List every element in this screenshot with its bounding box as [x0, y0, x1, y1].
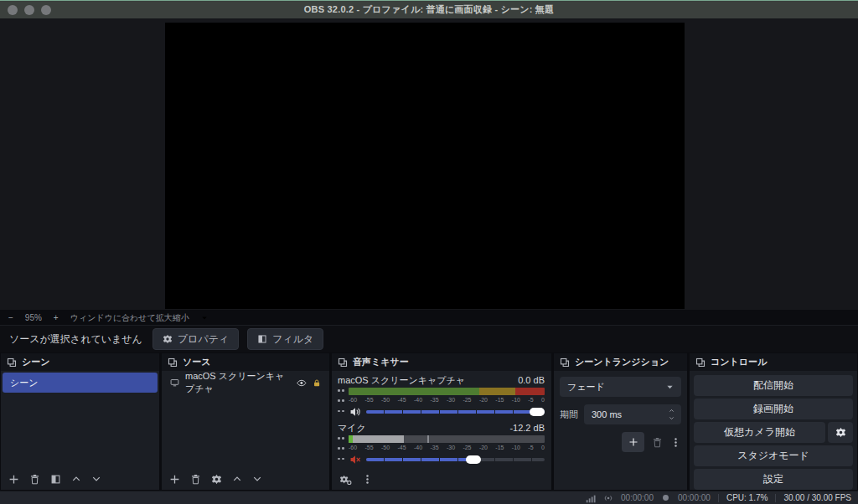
- scenes-panel-title: シーン: [22, 356, 50, 368]
- start-recording-button[interactable]: 録画開始: [694, 399, 853, 419]
- volume-meter: [349, 388, 545, 395]
- properties-button[interactable]: プロパティ: [152, 328, 239, 350]
- lock-icon[interactable]: [313, 378, 321, 388]
- filters-button[interactable]: フィルタ: [247, 328, 323, 350]
- remove-source-icon[interactable]: [190, 474, 201, 485]
- signal-strength-icon: [586, 493, 596, 503]
- start-streaming-button[interactable]: 配信開始: [694, 375, 853, 396]
- chevron-down-icon[interactable]: [201, 315, 208, 321]
- zoom-out-button[interactable]: −: [8, 313, 13, 322]
- no-source-selected-label: ソースが選択されていません: [9, 332, 142, 347]
- transition-menu-kebab-icon[interactable]: [670, 437, 681, 448]
- volume-slider[interactable]: [366, 407, 545, 417]
- source-item-label: macOS スクリーンキャプチャ: [185, 370, 285, 395]
- filter-icon: [257, 334, 267, 344]
- gear-icon: [835, 427, 846, 438]
- move-scene-down-icon[interactable]: [91, 474, 101, 484]
- cpu-usage: CPU: 1.7%: [726, 493, 768, 502]
- dock-icon: [695, 357, 706, 368]
- duration-spinbox[interactable]: 300 ms: [584, 404, 681, 424]
- channel-name: マイク: [338, 423, 366, 434]
- obs-window: OBS 32.0.2 - プロファイル: 普通に画面収録 - シーン: 無題 −…: [0, 0, 858, 504]
- window-title: OBS 32.0.2 - プロファイル: 普通に画面収録 - シーン: 無題: [304, 3, 554, 16]
- source-properties-gear-icon[interactable]: [211, 474, 222, 485]
- duration-value: 300 ms: [592, 409, 622, 419]
- remove-scene-icon[interactable]: [29, 474, 40, 485]
- mixer-channel-desktop: macOS スクリーンキャプチャ 0.0 dB -60-55-50-45-40-…: [332, 371, 551, 419]
- advanced-audio-gears-icon[interactable]: [339, 473, 352, 486]
- db-scale: -60-55-50-45-40-35-30-25-20-15-10-50: [349, 444, 545, 451]
- start-virtual-camera-button[interactable]: 仮想カメラ開始: [694, 422, 825, 443]
- source-list-item[interactable]: macOS スクリーンキャプチャ: [162, 371, 329, 394]
- dock-icon: [7, 357, 17, 368]
- add-scene-icon[interactable]: [8, 474, 19, 485]
- record-timer: 00:00:00: [678, 493, 711, 502]
- add-source-icon[interactable]: [169, 474, 180, 485]
- properties-button-label: プロパティ: [178, 332, 229, 347]
- filters-button-label: フィルタ: [272, 332, 313, 347]
- move-source-up-icon[interactable]: [232, 474, 242, 484]
- fit-to-window-label[interactable]: ウィンドウに合わせて拡大縮小: [70, 312, 189, 324]
- controls-panel-header[interactable]: コントロール: [690, 353, 857, 371]
- db-scale: -60-55-50-45-40-35-30-25-20-15-10-50: [349, 396, 545, 404]
- scenes-panel-header[interactable]: シーン: [1, 353, 159, 371]
- volume-slider-handle[interactable]: [466, 455, 481, 464]
- transition-select[interactable]: フェード: [560, 377, 681, 397]
- settings-button[interactable]: 設定: [694, 469, 853, 490]
- audio-mixer-panel: 音声ミキサー macOS スクリーンキャプチャ 0.0 dB -60-55-50…: [332, 353, 551, 490]
- mixer-toolbar: [332, 468, 551, 490]
- spin-up-icon[interactable]: [668, 408, 675, 414]
- chevron-down-icon: [666, 383, 674, 391]
- scene-filters-icon[interactable]: [50, 474, 61, 485]
- dock-icon: [168, 357, 178, 368]
- move-source-down-icon[interactable]: [252, 474, 262, 484]
- speaker-muted-icon[interactable]: [349, 454, 361, 465]
- spin-down-icon[interactable]: [668, 415, 675, 421]
- visibility-eye-icon[interactable]: [297, 377, 307, 389]
- studio-mode-button[interactable]: スタジオモード: [694, 445, 853, 466]
- scenes-panel: シーン シーン: [1, 353, 159, 490]
- traffic-lights: [8, 5, 51, 15]
- status-bar: 00:00:00 00:00:00 CPU: 1.7% 30.00 / 30.0…: [0, 491, 858, 504]
- sources-toolbar: [162, 468, 329, 490]
- close-button[interactable]: [8, 5, 18, 15]
- channel-level-db: -12.2 dB: [509, 423, 545, 434]
- mixer-menu-kebab-icon[interactable]: [362, 474, 373, 485]
- channel-options-grip-icon[interactable]: [338, 388, 344, 419]
- controls-panel: コントロール 配信開始 録画開始 仮想カメラ開始 スタジオモード 設定: [690, 353, 857, 490]
- sources-panel: ソース macOS スクリーンキャプチャ: [162, 353, 329, 490]
- zoom-level: 95%: [25, 313, 42, 322]
- channel-options-grip-icon[interactable]: [338, 435, 344, 466]
- divider: [775, 494, 776, 502]
- sources-panel-title: ソース: [183, 356, 211, 368]
- transitions-panel-header[interactable]: シーントランジション: [554, 353, 687, 371]
- scenes-toolbar: [1, 468, 159, 490]
- speaker-icon[interactable]: [349, 406, 361, 418]
- dock-icon: [338, 357, 348, 368]
- record-dot-icon: [661, 493, 670, 502]
- volume-slider[interactable]: [366, 455, 545, 465]
- fps-indicator: 30.00 / 30.00 FPS: [783, 493, 851, 502]
- remove-transition-icon[interactable]: [652, 437, 663, 448]
- channel-name: macOS スクリーンキャプチャ: [338, 375, 465, 386]
- gear-icon: [163, 334, 173, 344]
- add-transition-button[interactable]: [622, 432, 644, 452]
- zoom-in-button[interactable]: +: [54, 313, 59, 322]
- stream-timer: 00:00:00: [621, 493, 654, 502]
- mixer-panel-title: 音声ミキサー: [353, 356, 409, 368]
- preview-zoom-bar: − 95% + ウィンドウに合わせて拡大縮小: [0, 311, 858, 325]
- monitor-icon: [170, 377, 179, 388]
- transitions-panel-title: シーントランジション: [575, 356, 669, 368]
- volume-slider-handle[interactable]: [530, 408, 545, 416]
- mixer-panel-header[interactable]: 音声ミキサー: [332, 353, 551, 371]
- volume-meter-muted: [349, 435, 545, 443]
- source-toolbar: ソースが選択されていません プロパティ フィルタ: [0, 325, 858, 352]
- preview-canvas[interactable]: [165, 23, 685, 309]
- sources-panel-header[interactable]: ソース: [162, 353, 329, 371]
- scene-list-item-selected[interactable]: シーン: [3, 373, 158, 393]
- virtual-camera-settings-button[interactable]: [828, 422, 853, 443]
- move-scene-up-icon[interactable]: [71, 474, 81, 484]
- zoom-button[interactable]: [41, 5, 51, 15]
- minimize-button[interactable]: [24, 5, 34, 15]
- title-bar[interactable]: OBS 32.0.2 - プロファイル: 普通に画面収録 - シーン: 無題: [0, 0, 858, 18]
